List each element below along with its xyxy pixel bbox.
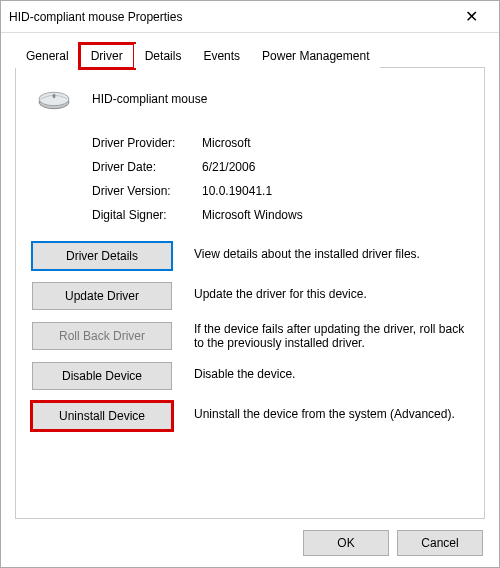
uninstall-device-desc: Uninstall the device from the system (Ad… [194, 402, 468, 421]
date-label: Driver Date: [92, 160, 202, 174]
provider-label: Driver Provider: [92, 136, 202, 150]
info-row-provider: Driver Provider: Microsoft [92, 136, 468, 150]
titlebar: HID-compliant mouse Properties ✕ [1, 1, 499, 33]
date-value: 6/21/2006 [202, 160, 468, 174]
signer-label: Digital Signer: [92, 208, 202, 222]
driver-details-desc: View details about the installed driver … [194, 242, 468, 261]
action-disable-device: Disable Device Disable the device. [32, 362, 468, 390]
tab-driver[interactable]: Driver [80, 44, 134, 68]
version-value: 10.0.19041.1 [202, 184, 468, 198]
action-uninstall-device: Uninstall Device Uninstall the device fr… [32, 402, 468, 430]
dialog-footer: OK Cancel [1, 519, 499, 567]
properties-dialog: HID-compliant mouse Properties ✕ General… [0, 0, 500, 568]
action-update-driver: Update Driver Update the driver for this… [32, 282, 468, 310]
tab-details[interactable]: Details [134, 44, 193, 68]
device-header: HID-compliant mouse [32, 86, 468, 112]
disable-device-desc: Disable the device. [194, 362, 468, 381]
roll-back-driver-button: Roll Back Driver [32, 322, 172, 350]
cancel-button[interactable]: Cancel [397, 530, 483, 556]
info-row-signer: Digital Signer: Microsoft Windows [92, 208, 468, 222]
info-row-date: Driver Date: 6/21/2006 [92, 160, 468, 174]
signer-value: Microsoft Windows [202, 208, 468, 222]
update-driver-desc: Update the driver for this device. [194, 282, 468, 301]
svg-point-2 [53, 94, 56, 99]
tab-power-management[interactable]: Power Management [251, 44, 380, 68]
disable-device-button[interactable]: Disable Device [32, 362, 172, 390]
tab-events[interactable]: Events [192, 44, 251, 68]
content-area: General Driver Details Events Power Mana… [1, 33, 499, 519]
driver-panel: HID-compliant mouse Driver Provider: Mic… [15, 68, 485, 519]
tab-general[interactable]: General [15, 44, 80, 68]
tab-strip: General Driver Details Events Power Mana… [15, 43, 485, 68]
version-label: Driver Version: [92, 184, 202, 198]
driver-details-button[interactable]: Driver Details [32, 242, 172, 270]
driver-info: Driver Provider: Microsoft Driver Date: … [92, 136, 468, 222]
uninstall-device-button[interactable]: Uninstall Device [32, 402, 172, 430]
roll-back-driver-desc: If the device fails after updating the d… [194, 322, 468, 350]
device-name: HID-compliant mouse [92, 92, 207, 106]
ok-button[interactable]: OK [303, 530, 389, 556]
action-driver-details: Driver Details View details about the in… [32, 242, 468, 270]
info-row-version: Driver Version: 10.0.19041.1 [92, 184, 468, 198]
update-driver-button[interactable]: Update Driver [32, 282, 172, 310]
mouse-icon [36, 86, 72, 112]
window-title: HID-compliant mouse Properties [9, 10, 451, 24]
action-roll-back-driver: Roll Back Driver If the device fails aft… [32, 322, 468, 350]
provider-value: Microsoft [202, 136, 468, 150]
close-icon[interactable]: ✕ [451, 7, 491, 26]
